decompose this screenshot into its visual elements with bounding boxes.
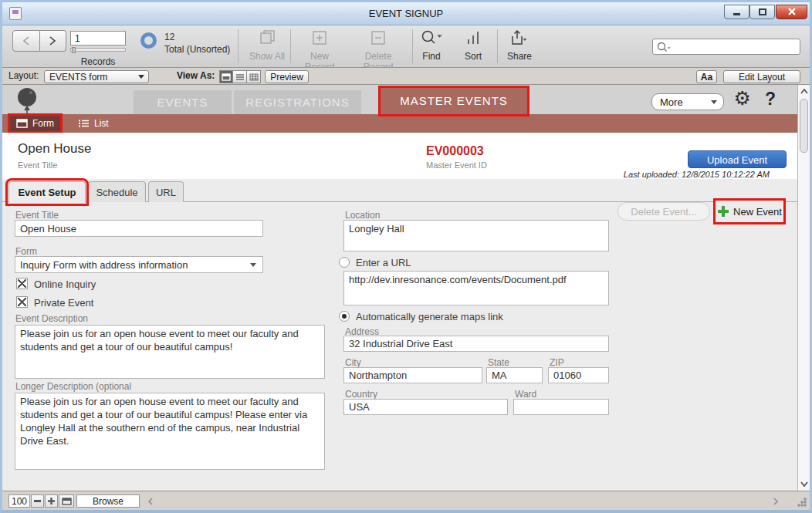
- search-icon: [656, 42, 673, 53]
- auto-maps-radio[interactable]: [339, 311, 350, 322]
- enter-url-radio[interactable]: [339, 257, 350, 268]
- status-toolbar: Records 12 Total (Unsorted) Show All New…: [2, 25, 810, 68]
- form-icon: [16, 119, 28, 128]
- plus-icon: [717, 205, 729, 218]
- mode-select[interactable]: Browse: [76, 494, 140, 508]
- delete-event-button[interactable]: Delete Event...: [617, 202, 710, 221]
- view-as-table-button[interactable]: [247, 70, 261, 83]
- tab-schedule[interactable]: Schedule: [88, 181, 146, 202]
- title-bar: EVENT SIGNUP: [2, 2, 810, 25]
- upload-event-button[interactable]: Upload Event: [688, 150, 787, 168]
- address-input[interactable]: [343, 336, 609, 352]
- new-record-button[interactable]: New Record: [295, 29, 344, 73]
- quick-search-input[interactable]: [676, 40, 797, 53]
- sort-label: Sort: [458, 51, 489, 62]
- sort-button[interactable]: Sort: [458, 29, 489, 62]
- found-set-ring-icon[interactable]: [140, 32, 157, 49]
- event-description-input[interactable]: Please join us for an open house event t…: [15, 325, 325, 379]
- record-slider[interactable]: [70, 48, 126, 52]
- close-button[interactable]: [776, 5, 807, 19]
- next-record-button[interactable]: [40, 30, 67, 52]
- view-mode-list[interactable]: List: [72, 116, 115, 131]
- event-title-display-label: Event Title: [18, 160, 57, 170]
- form-select-value: Inquiry Form with address information: [20, 259, 188, 271]
- url-input[interactable]: http://dev.inresonance.com/events/Docume…: [343, 271, 609, 305]
- form-view-icon: [222, 73, 231, 81]
- collapse-chevron-icon[interactable]: [147, 498, 154, 505]
- gear-icon[interactable]: ⚙: [734, 87, 751, 110]
- event-title-display: Open House: [18, 141, 91, 157]
- show-all-icon: [258, 29, 276, 46]
- tab-events[interactable]: EVENTS: [134, 90, 232, 114]
- country-label: Country: [345, 389, 377, 400]
- records-label: Records: [70, 56, 126, 67]
- location-input[interactable]: Longley Hall: [343, 220, 609, 251]
- state-input[interactable]: [486, 367, 543, 383]
- vertical-scrollbar[interactable]: [797, 85, 810, 491]
- show-all-button[interactable]: Show All: [245, 29, 289, 62]
- maximize-button[interactable]: [749, 5, 775, 19]
- resize-grip[interactable]: [797, 498, 807, 507]
- tab-url[interactable]: URL: [148, 181, 184, 202]
- zoom-out-button[interactable]: [31, 494, 44, 508]
- minimize-icon: [732, 8, 742, 16]
- online-inquiry-label: Online Inquiry: [34, 278, 96, 290]
- scroll-down-icon[interactable]: [800, 481, 808, 487]
- previous-record-button[interactable]: [12, 30, 40, 52]
- record-number-input[interactable]: [70, 31, 126, 46]
- share-icon: [507, 29, 532, 46]
- online-inquiry-checkbox[interactable]: [16, 278, 28, 289]
- find-label: Find: [416, 51, 447, 62]
- zoom-in-button[interactable]: [45, 494, 58, 508]
- tab-registrations[interactable]: REGISTRATIONS: [234, 90, 361, 114]
- quick-search-box[interactable]: [652, 39, 800, 55]
- preview-button[interactable]: Preview: [265, 70, 309, 83]
- list-view-icon: [235, 73, 245, 81]
- layout-select[interactable]: EVENTS form: [44, 70, 149, 83]
- country-input[interactable]: [343, 399, 508, 415]
- state-label: State: [488, 357, 509, 368]
- longer-description-label: Longer Description (optional: [15, 381, 131, 392]
- hide-statusbar-button[interactable]: [59, 494, 74, 508]
- new-event-button[interactable]: New Event: [713, 198, 786, 224]
- view-as-label: View As:: [177, 70, 215, 81]
- zip-input[interactable]: [548, 367, 609, 383]
- find-icon: [418, 29, 445, 46]
- tab-master-events[interactable]: MASTER EVENTS: [378, 86, 529, 116]
- view-mode-form-label: Form: [32, 118, 54, 129]
- event-description-label: Event Description: [15, 313, 88, 324]
- find-button[interactable]: Find: [416, 29, 447, 62]
- edit-layout-button[interactable]: Edit Layout: [723, 70, 800, 83]
- form-select[interactable]: Inquiry Form with address information: [15, 256, 263, 273]
- help-button[interactable]: ?: [765, 89, 776, 110]
- private-event-checkbox[interactable]: [16, 296, 28, 308]
- view-as-list-button[interactable]: [233, 70, 247, 83]
- sort-icon: [464, 29, 482, 46]
- close-icon: [787, 8, 797, 16]
- zoom-level-box[interactable]: 100: [8, 494, 30, 508]
- delete-record-button[interactable]: Delete Record: [350, 29, 407, 73]
- share-label: Share: [502, 51, 536, 62]
- dropdown-caret-icon: [138, 75, 144, 79]
- longer-description-input[interactable]: Please join us for an open house event t…: [15, 393, 325, 470]
- event-title-label: Event Title: [15, 210, 59, 221]
- delete-record-icon: [370, 29, 387, 46]
- share-button[interactable]: Share: [502, 29, 536, 62]
- minimize-button[interactable]: [724, 5, 749, 19]
- city-input[interactable]: [343, 367, 482, 383]
- more-select[interactable]: More: [651, 93, 724, 110]
- scroll-up-icon[interactable]: [800, 89, 808, 94]
- expand-chevron-icon[interactable]: [773, 498, 779, 505]
- master-event-id-label: Master Event ID: [426, 160, 487, 170]
- event-title-input[interactable]: [15, 220, 263, 237]
- zoom-out-icon: [33, 498, 42, 505]
- tab-event-setup[interactable]: Event Setup: [8, 181, 86, 203]
- ward-input[interactable]: [513, 399, 609, 415]
- enter-url-label: Enter a URL: [356, 257, 411, 268]
- formatting-bar-button[interactable]: Aa: [696, 70, 717, 83]
- view-mode-form[interactable]: Form: [10, 116, 60, 131]
- view-as-form-button[interactable]: [219, 70, 233, 83]
- total-count: 12: [164, 32, 174, 42]
- view-mode-list-label: List: [94, 118, 109, 129]
- scrollbar-thumb[interactable]: [800, 99, 808, 153]
